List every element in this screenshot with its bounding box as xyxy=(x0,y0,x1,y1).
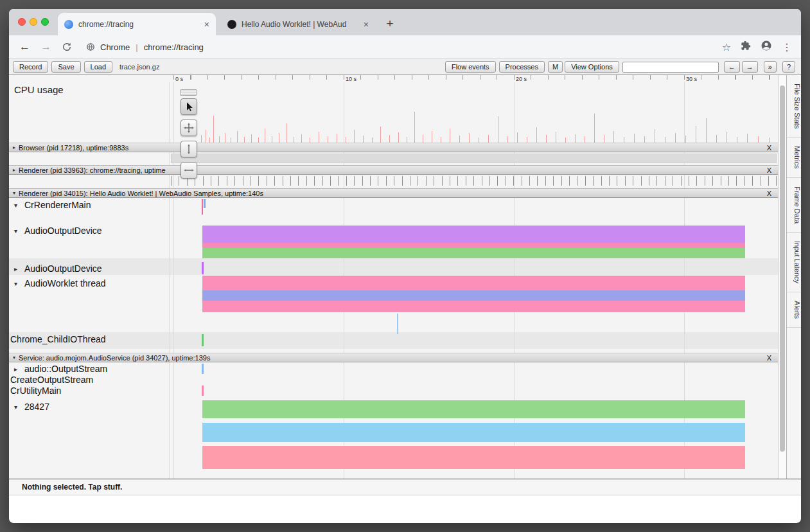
trace-event-mark[interactable] xyxy=(202,386,204,396)
close-process-button[interactable]: X xyxy=(767,190,771,197)
expand-caret-icon[interactable]: ▸ xyxy=(13,167,15,173)
tab-metrics[interactable]: Metrics xyxy=(787,137,801,177)
trace-event-tick[interactable] xyxy=(473,176,474,186)
trace-event-tick[interactable] xyxy=(290,176,291,186)
trace-event-tick[interactable] xyxy=(513,176,514,186)
trace-event-tick[interactable] xyxy=(569,176,570,186)
trace-slice-bar[interactable] xyxy=(202,243,745,248)
browser-menu-icon[interactable]: ⋮ xyxy=(782,41,792,53)
tab-close-icon[interactable]: × xyxy=(364,19,369,30)
trace-slice-bar[interactable] xyxy=(202,248,745,258)
reload-icon[interactable] xyxy=(62,42,72,52)
view-options-button[interactable]: View Options xyxy=(565,61,619,73)
trace-slice-bar[interactable] xyxy=(202,301,745,312)
find-input[interactable] xyxy=(622,62,719,73)
traffic-light-zoom[interactable] xyxy=(41,18,49,26)
trace-event-tick[interactable] xyxy=(442,176,443,186)
process-header-renderer-tracing[interactable]: ▸ Renderer (pid 33963): chrome://tracing… xyxy=(9,165,778,175)
trace-slice-bar[interactable] xyxy=(202,400,745,418)
browser-overview-bar[interactable] xyxy=(171,154,777,163)
trace-event-tick[interactable] xyxy=(410,176,410,186)
trace-event-tick[interactable] xyxy=(721,176,721,186)
expand-caret-icon[interactable]: ▸ xyxy=(13,145,15,150)
trace-event-tick[interactable] xyxy=(689,176,689,186)
trace-event-tick[interactable] xyxy=(322,176,323,186)
pan-tool-button[interactable] xyxy=(180,120,197,136)
thread-label-audiooutputdevice-1[interactable]: ▾ AudioOutputDevice xyxy=(14,225,102,236)
traffic-light-close[interactable] xyxy=(18,18,26,26)
trace-event-tick[interactable] xyxy=(450,176,450,186)
trace-event-tick[interactable] xyxy=(649,176,649,186)
trace-event-tick[interactable] xyxy=(370,176,371,186)
trace-event-tick[interactable] xyxy=(585,176,586,186)
trace-event-tick[interactable] xyxy=(251,176,251,186)
trace-event-tick[interactable] xyxy=(394,176,394,186)
trace-event-tick[interactable] xyxy=(752,176,753,186)
tab-close-icon[interactable]: × xyxy=(204,19,209,30)
help-button[interactable]: ? xyxy=(782,61,795,73)
trace-event-mark[interactable] xyxy=(204,199,206,208)
timing-tool-button[interactable] xyxy=(180,162,197,179)
trace-event-tick[interactable] xyxy=(617,176,617,186)
trace-event-tick[interactable] xyxy=(489,176,490,186)
thread-label-audioworklet[interactable]: ▾ AudioWorklet thread xyxy=(14,278,106,289)
traffic-light-minimize[interactable] xyxy=(30,18,37,26)
expand-caret-icon[interactable]: ▾ xyxy=(13,190,15,196)
back-icon[interactable]: ← xyxy=(19,40,30,53)
trace-event-tick[interactable] xyxy=(506,176,506,186)
trace-event-tick[interactable] xyxy=(258,176,259,186)
thread-label-crutilitymain[interactable]: CrUtilityMain xyxy=(10,385,61,396)
bookmark-star-icon[interactable]: ☆ xyxy=(722,41,731,53)
trace-event-tick[interactable] xyxy=(593,176,594,186)
trace-event-tick[interactable] xyxy=(712,176,713,186)
trace-event-tick[interactable] xyxy=(705,176,705,186)
trace-event-tick[interactable] xyxy=(227,176,227,186)
trace-slice-bar[interactable] xyxy=(202,423,745,442)
extensions-puzzle-icon[interactable] xyxy=(741,40,751,53)
thread-label-createoutputstream[interactable]: CreateOutputStream xyxy=(10,374,93,386)
trace-event-tick[interactable] xyxy=(577,176,577,186)
tab-alerts[interactable]: Alerts xyxy=(787,292,801,328)
trace-event-tick[interactable] xyxy=(601,176,602,186)
omnibox[interactable]: Chrome | chrome://tracing xyxy=(86,42,204,52)
process-header-renderer-webaudio[interactable]: ▾ Renderer (pid 34015): Hello Audio Work… xyxy=(9,188,778,198)
thread-label-outputstream[interactable]: ▸ audio::OutputStream xyxy=(14,363,107,375)
trace-event-tick[interactable] xyxy=(203,176,204,186)
tab-tracing[interactable]: chrome://tracing × xyxy=(58,13,216,35)
trace-event-tick[interactable] xyxy=(609,176,610,186)
trace-event-tick[interactable] xyxy=(314,176,315,186)
trace-slice-bar[interactable] xyxy=(202,276,745,290)
trace-event-tick[interactable] xyxy=(545,176,546,186)
trace-event-tick[interactable] xyxy=(633,176,633,186)
trace-event-tick[interactable] xyxy=(234,176,235,186)
trace-slice-bar[interactable] xyxy=(202,226,745,243)
find-prev-button[interactable]: ← xyxy=(724,61,740,73)
tab-webaudio[interactable]: Hello Audio Worklet! | WebAud × xyxy=(221,13,375,35)
forward-icon[interactable]: → xyxy=(40,40,51,53)
close-process-button[interactable]: X xyxy=(767,354,771,362)
process-header-audio-service[interactable]: ▾ Service: audio.mojom.AudioService (pid… xyxy=(9,353,778,362)
trace-event-tick[interactable] xyxy=(529,176,530,186)
vertical-scrollbar[interactable] xyxy=(778,75,786,479)
trace-event-tick[interactable] xyxy=(378,176,378,186)
metrics-button[interactable]: M xyxy=(548,61,563,73)
tab-input-latency[interactable]: Input Latency xyxy=(787,233,801,292)
selection-tool-button[interactable] xyxy=(180,98,197,115)
thread-label-28427[interactable]: ▾ 28427 xyxy=(14,401,49,412)
trace-event-tick[interactable] xyxy=(497,176,498,186)
expand-caret-icon[interactable]: ▾ xyxy=(13,355,15,360)
record-button[interactable]: Record xyxy=(13,61,48,73)
tab-frame-data[interactable]: Frame Data xyxy=(787,178,801,233)
process-header-browser[interactable]: ▸ Browser (pid 17218), uptime:9883s X xyxy=(9,143,778,152)
trace-event-mark[interactable] xyxy=(397,314,398,334)
trace-event-tick[interactable] xyxy=(338,176,339,186)
trace-event-tick[interactable] xyxy=(434,176,434,186)
trace-event-tick[interactable] xyxy=(171,176,172,186)
trace-event-tick[interactable] xyxy=(656,176,657,186)
trace-event-tick[interactable] xyxy=(346,176,347,186)
trace-event-tick[interactable] xyxy=(386,176,387,186)
load-button[interactable]: Load xyxy=(84,61,112,73)
trace-slice-bar[interactable] xyxy=(202,290,745,301)
trace-event-tick[interactable] xyxy=(274,176,275,186)
find-next-button[interactable]: → xyxy=(742,61,758,73)
